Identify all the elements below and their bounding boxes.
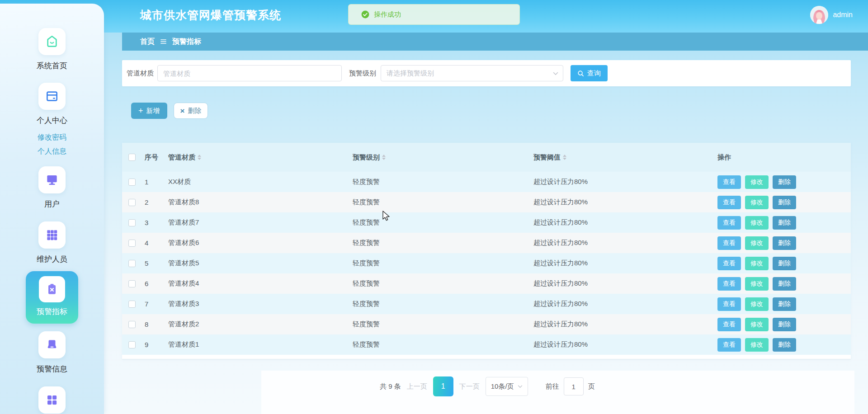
edit-button[interactable]: 修改 <box>745 257 769 270</box>
view-button[interactable]: 查看 <box>717 236 741 250</box>
table-row: 9 管道材质1 轻度预警 超过设计压力80% 查看 修改 删除 <box>122 334 851 355</box>
edit-button[interactable]: 修改 <box>745 297 769 311</box>
row-checkbox[interactable] <box>128 219 136 226</box>
material-filter-input[interactable] <box>157 65 342 81</box>
row-checkbox[interactable] <box>128 179 136 186</box>
row-checkbox[interactable] <box>128 260 136 267</box>
goto-label: 前往 <box>546 382 559 391</box>
row-level: 轻度预警 <box>348 198 529 207</box>
edit-button[interactable]: 修改 <box>745 318 769 331</box>
level-filter-select[interactable]: 请选择预警级别 <box>381 65 563 81</box>
delete-row-button[interactable]: 删除 <box>773 216 796 230</box>
material-filter-label: 管道材质 <box>127 69 154 78</box>
row-material: 管道材质2 <box>164 320 348 329</box>
row-index: 2 <box>140 198 164 206</box>
sidebar-link-personal-info[interactable]: 个人信息 <box>0 147 104 156</box>
sort-carets-icon[interactable] <box>563 155 566 160</box>
search-button[interactable]: 查询 <box>571 65 608 81</box>
row-checkbox[interactable] <box>128 301 136 308</box>
sidebar-link-change-password[interactable]: 修改密码 <box>0 133 104 142</box>
row-index: 8 <box>140 320 164 328</box>
clipboard-x-icon <box>39 276 65 302</box>
sidebar-item-label: 用户 <box>44 199 60 209</box>
table-row: 7 管道材质3 轻度预警 超过设计压力80% 查看 修改 删除 <box>122 294 851 314</box>
edit-button[interactable]: 修改 <box>745 338 769 352</box>
row-checkbox[interactable] <box>128 321 136 328</box>
next-page-button[interactable]: 下一页 <box>459 382 480 391</box>
table-row: 4 管道材质6 轻度预警 超过设计压力80% 查看 修改 删除 <box>122 233 851 253</box>
row-checkbox[interactable] <box>128 280 136 287</box>
pagination-total: 共 9 条 <box>380 382 401 391</box>
row-level: 轻度预警 <box>348 239 529 247</box>
row-level: 轻度预警 <box>348 218 529 227</box>
sidebar-item-maintenance[interactable]: 维护人员 <box>0 221 104 264</box>
row-threshold: 超过设计压力80% <box>529 340 713 349</box>
batch-delete-button[interactable]: × 删除 <box>174 103 208 119</box>
table-body: 1 XX材质 轻度预警 超过设计压力80% 查看 修改 删除 2 管道材质8 轻… <box>122 172 851 355</box>
view-button[interactable]: 查看 <box>717 277 741 291</box>
user-menu[interactable]: admin <box>810 0 853 30</box>
sidebar-item-users[interactable]: 用户 <box>0 166 104 209</box>
delete-row-button[interactable]: 删除 <box>773 257 796 270</box>
sidebar-item-label: 预警指标 <box>37 306 67 317</box>
delete-row-button[interactable]: 删除 <box>773 236 796 250</box>
edit-button[interactable]: 修改 <box>745 196 769 209</box>
row-material: XX材质 <box>164 178 348 186</box>
row-material: 管道材质6 <box>164 239 348 247</box>
breadcrumb-home[interactable]: 首页 <box>140 37 155 47</box>
profile-panel-icon <box>38 83 66 110</box>
edit-button[interactable]: 修改 <box>745 216 769 230</box>
grid4-icon <box>38 386 66 414</box>
app-window: 城市供水管网爆管预警系统 操作成功 admin 首页 预警指标 <box>0 0 868 414</box>
row-checkbox[interactable] <box>128 199 136 206</box>
delete-row-button[interactable]: 删除 <box>773 175 796 189</box>
row-checkbox[interactable] <box>128 240 136 247</box>
edit-button[interactable]: 修改 <box>745 277 769 291</box>
prev-page-button[interactable]: 上一页 <box>407 382 427 391</box>
view-button[interactable]: 查看 <box>717 318 741 331</box>
delete-row-button[interactable]: 删除 <box>773 297 796 311</box>
table-row: 3 管道材质7 轻度预警 超过设计压力80% 查看 修改 删除 <box>122 212 851 233</box>
sidebar-item-warning-info[interactable]: 预警信息 <box>0 331 104 374</box>
sidebar-item-profile[interactable]: 个人中心 <box>0 83 104 126</box>
chevron-down-icon <box>553 69 558 77</box>
delete-row-button[interactable]: 删除 <box>773 196 796 209</box>
sidebar-item-home[interactable]: 系统首页 <box>0 28 104 71</box>
select-all-checkbox[interactable] <box>128 154 136 161</box>
view-button[interactable]: 查看 <box>717 196 741 209</box>
add-button[interactable]: + 新增 <box>131 103 167 119</box>
sort-carets-icon[interactable] <box>198 155 201 160</box>
row-threshold: 超过设计压力80% <box>529 239 713 247</box>
delete-row-button[interactable]: 删除 <box>773 277 796 291</box>
row-material: 管道材质3 <box>164 300 348 308</box>
row-material: 管道材质8 <box>164 198 348 207</box>
row-threshold: 超过设计压力80% <box>529 218 713 227</box>
row-checkbox[interactable] <box>128 341 136 348</box>
row-level: 轻度预警 <box>348 178 529 186</box>
sidebar-item-warning-indicators[interactable]: 预警指标 <box>26 271 78 324</box>
filter-bar: 管道材质 预警级别 请选择预警级别 查询 <box>122 60 851 86</box>
avatar[interactable] <box>810 6 828 24</box>
goto-page-input[interactable] <box>564 377 584 395</box>
sort-carets-icon[interactable] <box>382 155 386 160</box>
header-threshold[interactable]: 预警阈值 <box>529 153 713 162</box>
view-button[interactable]: 查看 <box>717 175 741 189</box>
edit-button[interactable]: 修改 <box>745 175 769 189</box>
view-button[interactable]: 查看 <box>717 257 741 270</box>
page-size-select[interactable]: 10条/页 <box>486 377 528 396</box>
header-level[interactable]: 预警级别 <box>348 153 529 162</box>
sidebar-item-bottom[interactable] <box>0 386 104 414</box>
row-level: 轻度预警 <box>348 340 529 349</box>
delete-row-button[interactable]: 删除 <box>773 338 796 352</box>
view-button[interactable]: 查看 <box>717 297 741 311</box>
page-number-button[interactable]: 1 <box>433 376 453 396</box>
row-level: 轻度预警 <box>348 320 529 329</box>
header-material[interactable]: 管道材质 <box>164 153 348 162</box>
view-button[interactable]: 查看 <box>717 216 741 230</box>
view-button[interactable]: 查看 <box>717 338 741 352</box>
row-material: 管道材质5 <box>164 259 348 268</box>
delete-row-button[interactable]: 删除 <box>773 318 796 331</box>
home-icon <box>38 28 66 55</box>
row-threshold: 超过设计压力80% <box>529 300 713 308</box>
edit-button[interactable]: 修改 <box>745 236 769 250</box>
